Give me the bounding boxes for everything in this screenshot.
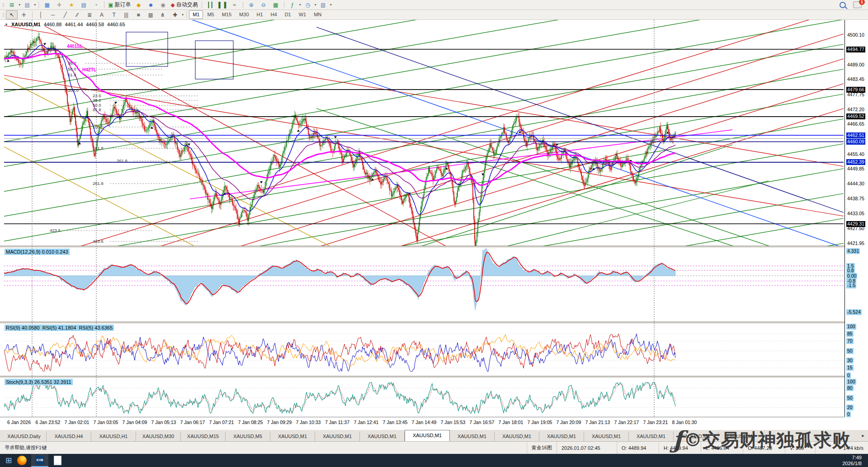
fibonacci-tool-button[interactable]: ≣	[84, 10, 95, 19]
taskbar-clock[interactable]: 7:49 2026/1/8	[842, 455, 868, 467]
toolbar-grip[interactable]: ⁞⁞	[2, 2, 4, 8]
terminal-button[interactable]: ▤	[78, 0, 90, 9]
timeframe-m15[interactable]: M15	[218, 10, 235, 19]
time-tick: 7 Jan 22:17	[614, 420, 639, 425]
notepad-icon[interactable]	[54, 454, 61, 467]
tab-xauusd-m1-14[interactable]: XAUUSD,M1	[629, 432, 674, 441]
new-order-label: 新订单	[115, 1, 131, 9]
collapse-icon[interactable]: ▼	[5, 23, 8, 27]
macd-tick-4.331: 4.331	[846, 248, 860, 254]
vline-tool-button[interactable]: │	[35, 10, 47, 19]
arrows-tool-button[interactable]: ✚	[169, 10, 181, 19]
rsi-tick-50: 50	[846, 348, 854, 354]
dropdown-arrow-arrows-dropdown[interactable]: ▾	[182, 13, 184, 17]
rect-tool-button[interactable]: ■	[132, 10, 144, 19]
navigator-button[interactable]: ★	[66, 0, 77, 9]
tab-xauusd-m1-11[interactable]: XAUUSD,M1	[495, 432, 539, 441]
macd-tick--5.524: -5.524	[846, 309, 862, 315]
metaeditor-button[interactable]: ◆	[133, 0, 145, 9]
zoom-out-button[interactable]: ⊖	[258, 0, 269, 9]
stoch-pane	[4, 382, 844, 413]
strategy-tester-button[interactable]: ◔	[90, 0, 102, 9]
toolbar-grip[interactable]: ⁞⁞	[2, 12, 4, 18]
open-value: 4460.88	[44, 22, 62, 27]
experts-button[interactable]: ☻	[145, 0, 157, 9]
tab-xauusd-m1-6[interactable]: XAUUSD,M1	[270, 432, 315, 441]
tab-xauusd-h1-2[interactable]: XAUUSD,H1	[91, 432, 136, 441]
cycle-lines-tool-button[interactable]: |||	[120, 10, 132, 19]
start-button[interactable]: ⊞	[5, 454, 12, 467]
timeframe-h1[interactable]: H1	[253, 10, 267, 19]
label-tool-button[interactable]: T	[108, 10, 120, 19]
crosshair-tool-button[interactable]: ✛	[18, 10, 30, 19]
periods-button[interactable]: ◷	[302, 0, 314, 9]
trendline-tool-button[interactable]: ╱	[59, 10, 71, 19]
timeframe-w1[interactable]: W1	[295, 10, 310, 19]
timeframe-m5[interactable]: M5	[203, 10, 217, 19]
dropdown-arrow-new-chart-dropdown[interactable]: ▾	[19, 3, 20, 7]
timeframe-d1[interactable]: D1	[281, 10, 295, 19]
tab-xauusd-m1-9[interactable]: XAUUSD,M1	[405, 430, 450, 441]
templates-button[interactable]: ▧	[317, 0, 329, 9]
price-tick-4469.52: 4469.52	[846, 113, 865, 119]
pattern-tool-button[interactable]: ▩	[145, 10, 156, 19]
timeframe-m1[interactable]: M1	[189, 10, 203, 19]
macd-pane	[4, 248, 844, 310]
timeframe-h4[interactable]: H4	[267, 10, 281, 19]
tile-windows-button[interactable]: ▦	[270, 0, 282, 9]
drawing-toolbar: ⁞⁞ ↖✛│─╱∕∕≣AT|||■▩⋔✚▾M1M5M15M30H1H4D1W1M…	[0, 10, 868, 20]
status-open: O: 4489.94	[617, 442, 659, 454]
tab-xauusd-h4-1[interactable]: XAUUSD,H4	[47, 432, 91, 441]
alerts-button[interactable]: ◉	[157, 0, 169, 9]
autotrading-button[interactable]: ◆自动交易	[170, 0, 199, 9]
indicators-button[interactable]: ƒ	[287, 0, 298, 9]
notifications-icon[interactable]: 1	[853, 1, 862, 8]
candle-chart-mode-button[interactable]: ▌▐	[217, 0, 228, 9]
svg-text:4401SL: 4401SL	[67, 44, 83, 49]
firefox-icon[interactable]	[17, 454, 27, 467]
pitchfork-tool-button[interactable]: ⋔	[157, 10, 169, 19]
search-icon[interactable]	[840, 2, 846, 8]
cursor-tool-button[interactable]: ↖	[6, 10, 18, 19]
tab-xauusd-m1-7[interactable]: XAUUSD,M1	[315, 432, 360, 441]
tab-xauusd-daily-0[interactable]: XAUUSD,Daily	[2, 432, 47, 441]
time-tick: 7 Jan 16:57	[470, 420, 495, 425]
time-tick: 7 Jan 04:09	[123, 420, 147, 425]
zoom-in-button[interactable]: ⊕	[245, 0, 257, 9]
kvb-app-button[interactable]: KVB	[31, 454, 48, 467]
line-chart-mode-button[interactable]: ≈	[229, 0, 241, 9]
tab-xauusd-m1-10[interactable]: XAUUSD,M1	[450, 432, 495, 441]
tab-xauusd-m5-5[interactable]: XAUUSD,M5	[226, 432, 270, 441]
market-watch-button[interactable]: ▦	[41, 0, 53, 9]
new-chart-button[interactable]: ⊞	[6, 0, 18, 9]
text-tool-button[interactable]: A	[96, 10, 108, 19]
profiles-button[interactable]: ▤	[21, 0, 33, 9]
tab-xauusd-m1-12[interactable]: XAUUSD,M1	[539, 432, 584, 441]
timeframe-mn[interactable]: MN	[310, 10, 325, 19]
timeframe-m30[interactable]: M30	[236, 10, 252, 19]
bar-chart-mode-button[interactable]: ┃┃	[204, 0, 216, 9]
rsi-pane	[4, 334, 844, 371]
tab-xauusd-m15-4[interactable]: XAUUSD,M15	[181, 432, 226, 441]
dropdown-arrow-periods-dropdown[interactable]: ▾	[315, 3, 316, 7]
price-axis[interactable]: 4500.104494.774489.004483.454479.664477.…	[844, 19, 868, 417]
tab-xauusd-m1-8[interactable]: XAUUSD,M1	[360, 432, 405, 441]
watermark-text: ©交易财神独孤求败	[684, 429, 850, 450]
data-window-button[interactable]: ✛	[53, 0, 65, 9]
status-help: 寻求帮助,请按F1键	[0, 442, 527, 454]
tab-scroll-right[interactable]: ▸	[862, 433, 864, 439]
dropdown-arrow-templates-dropdown[interactable]: ▾	[330, 3, 332, 7]
new-order-button[interactable]: ▣新订单	[107, 0, 132, 9]
tab-xauusd-m1-13[interactable]: XAUUSD,M1	[584, 432, 629, 441]
hline-tool-button[interactable]: ─	[47, 10, 59, 19]
templates-icon: ▧	[321, 2, 326, 8]
dropdown-arrow-indicators-dropdown[interactable]: ▾	[299, 3, 301, 7]
tab-xauusd-m30-3[interactable]: XAUUSD,M30	[136, 432, 181, 441]
svg-text:50.0: 50.0	[68, 66, 76, 71]
channel-tool-button[interactable]: ∕∕	[71, 10, 83, 19]
chart-canvas[interactable]: 38.250.061.8100.023.638.250.061.8100.016…	[0, 19, 844, 417]
dropdown-arrow-profiles-dropdown[interactable]: ▾	[34, 3, 36, 7]
status-profile[interactable]: 黄金16图	[527, 442, 557, 454]
price-tick-4444.30: 4444.30	[846, 181, 865, 187]
time-tick: 7 Jan 13:45	[383, 420, 408, 425]
